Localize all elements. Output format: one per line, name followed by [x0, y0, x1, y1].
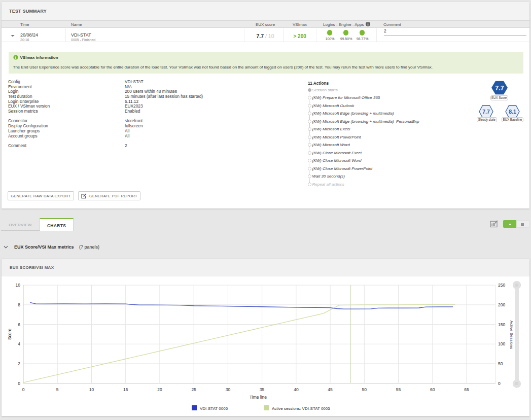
svg-text:8: 8	[18, 302, 20, 307]
svg-text:100: 100	[498, 341, 505, 346]
svg-text:45: 45	[328, 387, 333, 392]
svg-text:20: 20	[157, 387, 162, 392]
svg-text:65: 65	[464, 387, 469, 392]
svg-text:Active sessions: VDI-STAT 0005: Active sessions: VDI-STAT 0005	[272, 406, 330, 411]
svg-text:200: 200	[498, 302, 505, 307]
svg-text:250: 250	[498, 283, 505, 288]
svg-text:10: 10	[16, 283, 21, 288]
svg-text:Time line: Time line	[250, 395, 267, 400]
svg-text:5: 5	[56, 387, 59, 392]
svg-text:8.1: 8.1	[509, 109, 516, 115]
svg-text:35: 35	[260, 387, 265, 392]
svg-text:15: 15	[123, 387, 128, 392]
svg-text:6: 6	[18, 322, 20, 327]
svg-text:4: 4	[18, 341, 20, 346]
svg-text:0: 0	[498, 381, 501, 386]
svg-text:30: 30	[226, 387, 231, 392]
svg-text:150: 150	[498, 322, 505, 327]
svg-text:10: 10	[89, 387, 94, 392]
svg-text:7.7: 7.7	[482, 109, 490, 115]
svg-text:50: 50	[498, 361, 503, 366]
svg-text:40: 40	[294, 387, 299, 392]
svg-text:0: 0	[18, 381, 20, 386]
svg-text:0: 0	[22, 387, 25, 392]
svg-text:2: 2	[18, 361, 20, 366]
svg-text:55: 55	[396, 387, 401, 392]
svg-text:Score: Score	[7, 328, 12, 339]
svg-text:7.7: 7.7	[495, 85, 504, 92]
svg-text:60: 60	[430, 387, 435, 392]
svg-text:VDI-STAT 0005: VDI-STAT 0005	[200, 406, 228, 411]
svg-text:25: 25	[191, 387, 196, 392]
svg-text:50: 50	[362, 387, 367, 392]
svg-text:Active Sessions: Active Sessions	[509, 321, 514, 349]
